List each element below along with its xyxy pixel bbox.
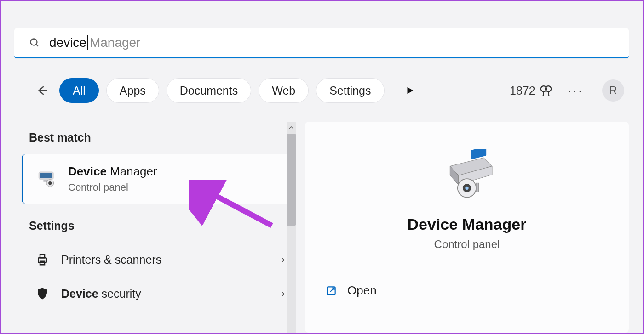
detail-device-manager-icon (437, 149, 497, 200)
svg-rect-11 (40, 255, 45, 258)
svg-rect-6 (40, 173, 52, 178)
text-cursor (87, 35, 88, 50)
results-scrollbar[interactable] (287, 122, 296, 333)
filter-settings[interactable]: Settings (316, 78, 384, 103)
search-suggestion-text: Manager (90, 35, 141, 50)
filter-row: AllAppsDocumentsWebSettings 1872 ··· R (34, 78, 624, 103)
scroll-up-button[interactable] (287, 122, 296, 134)
best-match-result[interactable]: Device Manager Control panel (22, 154, 296, 204)
svg-point-0 (31, 39, 37, 45)
more-filters-button[interactable] (403, 84, 417, 97)
settings-item-1[interactable]: Device security (20, 277, 296, 311)
search-input[interactable]: device Manager (49, 35, 140, 50)
back-button[interactable] (34, 82, 50, 99)
svg-rect-20 (476, 183, 479, 192)
filter-all[interactable]: All (59, 78, 99, 103)
rewards-points[interactable]: 1872 (510, 84, 553, 97)
medal-icon (539, 84, 553, 97)
filter-pills: AllAppsDocumentsWebSettings (59, 78, 385, 103)
scroll-thumb[interactable] (287, 134, 296, 226)
chevron-right-icon (279, 253, 287, 266)
search-icon (29, 37, 40, 48)
detail-action-label: Open (347, 283, 377, 298)
results-list: Best match Device Manager Control panel … (20, 120, 296, 333)
svg-line-1 (36, 44, 39, 46)
settings-item-label: Printers & scanners (61, 253, 161, 266)
filter-web[interactable]: Web (259, 78, 309, 103)
settings-heading: Settings (29, 219, 296, 232)
more-options-button[interactable]: ··· (568, 83, 584, 98)
best-match-subtitle: Control panel (68, 181, 157, 193)
filter-apps[interactable]: Apps (106, 78, 159, 103)
detail-panel: Device Manager Control panel Open (305, 122, 629, 333)
avatar-initial: R (609, 84, 617, 97)
rewards-points-value: 1872 (510, 84, 535, 97)
best-match-heading: Best match (29, 131, 296, 144)
detail-subtitle: Control panel (305, 238, 629, 251)
svg-point-9 (48, 181, 52, 185)
detail-title: Device Manager (305, 215, 629, 233)
search-typed-text: device (49, 35, 86, 50)
device-manager-icon (37, 169, 58, 190)
settings-item-0[interactable]: Printers & scanners (20, 243, 296, 277)
best-match-title: Device Manager (68, 164, 157, 179)
filter-documents[interactable]: Documents (167, 78, 251, 103)
detail-action-open[interactable]: Open (325, 283, 629, 298)
settings-item-label: Device security (61, 287, 141, 300)
user-avatar[interactable]: R (602, 79, 624, 102)
detail-divider (322, 274, 611, 274)
svg-point-19 (465, 187, 468, 190)
open-icon (325, 285, 337, 297)
chevron-right-icon (279, 287, 287, 300)
search-bar[interactable]: device Manager (14, 28, 629, 58)
